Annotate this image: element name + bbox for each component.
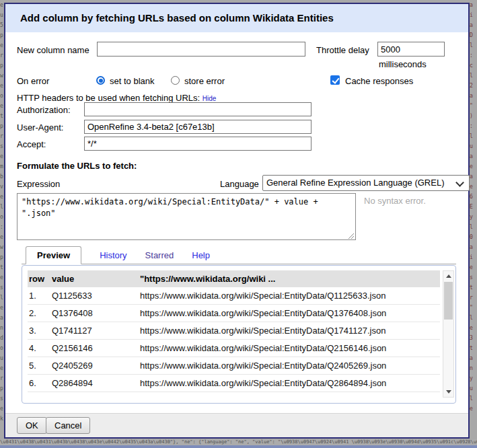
background-page-right-sliver: a i a D l : c l 2 a " ) : l u a e a e 6 … xyxy=(470,0,477,439)
row-value-cell: Q2405269 xyxy=(50,357,139,375)
row-index-cell: 5. xyxy=(28,357,50,375)
preview-panel: row value "https://www.wikidata.org/wiki… xyxy=(22,265,456,404)
on-error-set-to-blank-label[interactable]: set to blank xyxy=(110,76,155,86)
row-url-cell: https://www.wikidata.org/wiki/Special:En… xyxy=(139,340,440,357)
scrollbar-down-button[interactable] xyxy=(443,387,453,397)
user-agent-input[interactable] xyxy=(84,120,311,134)
row-index-cell: 1. xyxy=(28,287,50,305)
row-value-cell: Q2864894 xyxy=(50,375,139,392)
preview-tabbar: Preview History Starred Help xyxy=(22,246,456,264)
on-error-store-error-radio[interactable] xyxy=(171,76,180,85)
tab-history[interactable]: History xyxy=(100,247,126,264)
dialog-footer: OK Cancel xyxy=(5,413,468,437)
col-header-url: "https://www.wikidata.org/wiki ... xyxy=(139,270,440,287)
new-column-name-label: New column name xyxy=(17,45,89,55)
row-index-cell: 4. xyxy=(28,340,50,357)
chevron-down-icon xyxy=(455,178,464,187)
vertical-scrollbar[interactable] xyxy=(443,270,454,398)
row-index-cell: 3. xyxy=(28,322,50,340)
row-url-cell: https://www.wikidata.org/wiki/Special:En… xyxy=(139,375,440,392)
accept-input[interactable] xyxy=(84,137,311,151)
language-select-value: General Refine Expression Language (GREL… xyxy=(266,178,444,188)
scrollbar-thumb[interactable] xyxy=(444,282,453,320)
new-column-name-input[interactable] xyxy=(97,42,305,57)
authorization-input[interactable] xyxy=(84,102,311,116)
screen: { "background": { "left_noise": "e\nu\n5… xyxy=(0,0,477,448)
table-row: 6. Q2864894 https://www.wikidata.org/wik… xyxy=(28,375,440,392)
formulate-heading: Formulate the URLs to fetch: xyxy=(17,161,137,171)
tab-preview[interactable]: Preview xyxy=(26,246,81,264)
http-headers-label-text: HTTP headers to be used when fetching UR… xyxy=(17,93,200,103)
row-value-cell: Q1125633 xyxy=(50,287,139,305)
on-error-set-to-blank-radio[interactable] xyxy=(96,76,105,85)
row-url-cell: https://www.wikidata.org/wiki/Special:En… xyxy=(139,287,440,305)
cancel-button[interactable]: Cancel xyxy=(46,417,90,434)
table-row: 5. Q2405269 https://www.wikidata.org/wik… xyxy=(28,357,440,375)
on-error-label: On error xyxy=(17,76,49,86)
http-headers-label: HTTP headers to be used when fetching UR… xyxy=(17,93,216,103)
ok-button[interactable]: OK xyxy=(17,417,47,434)
table-row: 2. Q1376408 https://www.wikidata.org/wik… xyxy=(28,305,440,322)
expression-label: Expression xyxy=(17,179,60,189)
table-row: 3. Q1741127 https://www.wikidata.org/wik… xyxy=(28,322,440,340)
col-header-row: row xyxy=(28,270,50,287)
tab-help[interactable]: Help xyxy=(192,247,210,264)
row-index-cell: 6. xyxy=(28,375,50,392)
row-url-cell: https://www.wikidata.org/wiki/Special:En… xyxy=(139,322,440,340)
row-index-cell: 2. xyxy=(28,305,50,322)
add-column-by-fetching-urls-dialog: Add column by fetching URLs based on col… xyxy=(4,3,470,439)
row-value-cell: Q2156146 xyxy=(50,340,139,357)
table-row: 7. Q2904204 https://www.wikidata.org/wik… xyxy=(28,392,440,398)
dialog-title: Add column by fetching URLs based on col… xyxy=(5,4,468,32)
expression-textarea[interactable]: "https://www.wikidata.org/wiki/Special:E… xyxy=(17,193,356,240)
row-index-cell: 7. xyxy=(28,392,50,398)
tab-starred[interactable]: Starred xyxy=(145,247,174,264)
language-label: Language xyxy=(220,179,259,189)
language-select[interactable]: General Refine Expression Language (GREL… xyxy=(262,175,470,191)
cache-responses-checkbox[interactable] xyxy=(330,75,340,85)
preview-table-header-row: row value "https://www.wikidata.org/wiki… xyxy=(28,270,440,287)
row-value-cell: Q1376408 xyxy=(50,305,139,322)
resize-handle-icon[interactable] xyxy=(347,231,355,239)
row-url-cell: https://www.wikidata.org/wiki/Special:En… xyxy=(139,357,440,375)
row-url-cell: https://www.wikidata.org/wiki/Special:En… xyxy=(139,392,440,398)
on-error-store-error-label[interactable]: store error xyxy=(184,76,225,86)
throttle-delay-input[interactable] xyxy=(377,42,445,57)
table-row: 1. Q1125633 https://www.wikidata.org/wik… xyxy=(28,287,440,305)
syntax-status: No syntax error. xyxy=(364,196,426,206)
throttle-delay-label: Throttle delay xyxy=(316,45,369,55)
throttle-unit-label: milliseconds xyxy=(379,59,427,69)
table-row: 4. Q2156146 https://www.wikidata.org/wik… xyxy=(28,340,440,357)
row-value-cell: Q2904204 xyxy=(50,392,139,398)
preview-table: row value "https://www.wikidata.org/wiki… xyxy=(28,270,440,398)
background-page-bottom-sliver: \u0431\u0438\u0431\u043b\u0438\u043e\u04… xyxy=(0,439,477,445)
user-agent-label: User-Agent: xyxy=(17,122,63,133)
background-bottom-bar xyxy=(0,445,477,448)
row-value-cell: Q1741127 xyxy=(50,322,139,340)
scrollbar-up-button[interactable] xyxy=(443,271,453,281)
accept-label: Accept: xyxy=(17,139,46,149)
col-header-value: value xyxy=(50,270,139,287)
authorization-label: Authorization: xyxy=(17,105,71,115)
cache-responses-label[interactable]: Cache responses xyxy=(345,76,413,86)
row-url-cell: https://www.wikidata.org/wiki/Special:En… xyxy=(139,305,440,322)
preview-scroll-area: row value "https://www.wikidata.org/wiki… xyxy=(28,270,454,398)
arrow-up-icon xyxy=(446,274,451,278)
arrow-down-icon xyxy=(446,390,451,394)
